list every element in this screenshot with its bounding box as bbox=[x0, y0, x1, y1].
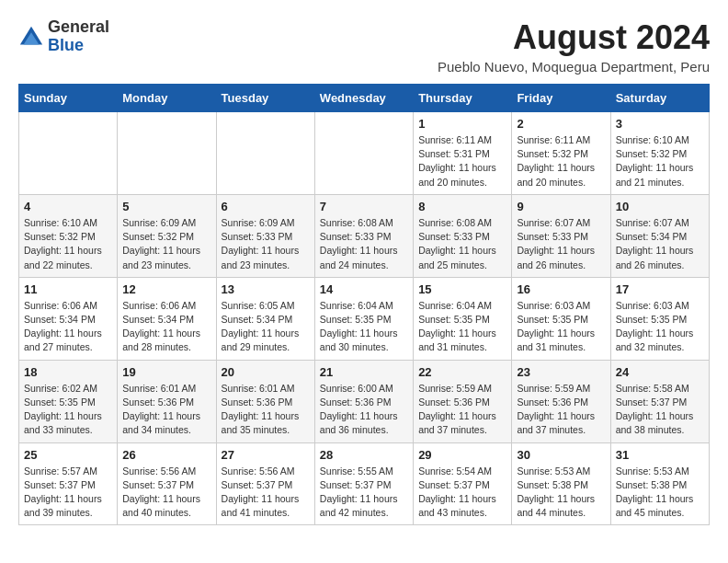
cell-info: Sunrise: 6:02 AM Sunset: 5:35 PM Dayligh… bbox=[24, 382, 112, 438]
cell-info: Sunrise: 5:55 AM Sunset: 5:37 PM Dayligh… bbox=[320, 465, 408, 521]
calendar-cell: 12Sunrise: 6:06 AM Sunset: 5:34 PM Dayli… bbox=[118, 277, 216, 360]
calendar-cell: 24Sunrise: 5:58 AM Sunset: 5:37 PM Dayli… bbox=[610, 360, 709, 442]
calendar-cell: 17Sunrise: 6:03 AM Sunset: 5:35 PM Dayli… bbox=[610, 277, 709, 360]
day-number: 31 bbox=[616, 448, 704, 462]
calendar-week-row: 25Sunrise: 5:57 AM Sunset: 5:37 PM Dayli… bbox=[19, 442, 710, 525]
weekday-header: Saturday bbox=[610, 85, 709, 112]
calendar-cell: 29Sunrise: 5:54 AM Sunset: 5:37 PM Dayli… bbox=[414, 442, 512, 525]
cell-info: Sunrise: 6:04 AM Sunset: 5:35 PM Dayligh… bbox=[320, 299, 408, 355]
weekday-header: Friday bbox=[512, 85, 610, 112]
day-number: 17 bbox=[616, 282, 704, 296]
day-number: 13 bbox=[222, 282, 310, 296]
calendar-week-row: 4Sunrise: 6:10 AM Sunset: 5:32 PM Daylig… bbox=[19, 194, 710, 277]
cell-info: Sunrise: 5:54 AM Sunset: 5:37 PM Dayligh… bbox=[418, 465, 506, 521]
day-number: 21 bbox=[320, 365, 408, 379]
day-number: 14 bbox=[320, 282, 408, 296]
cell-info: Sunrise: 6:11 AM Sunset: 5:32 PM Dayligh… bbox=[517, 133, 605, 190]
cell-info: Sunrise: 6:08 AM Sunset: 5:33 PM Dayligh… bbox=[418, 216, 506, 272]
calendar-cell bbox=[314, 112, 413, 195]
weekday-header: Wednesday bbox=[314, 85, 413, 112]
cell-info: Sunrise: 5:58 AM Sunset: 5:37 PM Dayligh… bbox=[616, 382, 704, 438]
calendar-cell bbox=[118, 112, 216, 195]
month-year: August 2024 bbox=[438, 18, 710, 57]
cell-info: Sunrise: 6:11 AM Sunset: 5:31 PM Dayligh… bbox=[418, 133, 506, 190]
calendar-cell: 21Sunrise: 6:00 AM Sunset: 5:36 PM Dayli… bbox=[314, 360, 413, 442]
logo-general: General bbox=[48, 18, 109, 37]
day-number: 4 bbox=[24, 200, 112, 213]
weekday-header: Monday bbox=[118, 85, 216, 112]
cell-info: Sunrise: 6:01 AM Sunset: 5:36 PM Dayligh… bbox=[222, 382, 310, 438]
logo-text: General Blue bbox=[48, 18, 109, 55]
cell-info: Sunrise: 6:07 AM Sunset: 5:33 PM Dayligh… bbox=[517, 216, 605, 272]
title-block: August 2024 Pueblo Nuevo, Moquegua Depar… bbox=[438, 18, 710, 75]
cell-info: Sunrise: 5:53 AM Sunset: 5:38 PM Dayligh… bbox=[517, 465, 605, 521]
cell-info: Sunrise: 6:07 AM Sunset: 5:34 PM Dayligh… bbox=[616, 216, 704, 272]
calendar-table: SundayMondayTuesdayWednesdayThursdayFrid… bbox=[18, 84, 710, 525]
day-number: 24 bbox=[616, 365, 704, 379]
cell-info: Sunrise: 6:06 AM Sunset: 5:34 PM Dayligh… bbox=[122, 299, 210, 355]
logo-icon bbox=[18, 24, 44, 50]
day-number: 28 bbox=[320, 448, 408, 462]
calendar-cell: 26Sunrise: 5:56 AM Sunset: 5:37 PM Dayli… bbox=[118, 442, 216, 525]
calendar-cell: 19Sunrise: 6:01 AM Sunset: 5:36 PM Dayli… bbox=[118, 360, 216, 442]
cell-info: Sunrise: 6:10 AM Sunset: 5:32 PM Dayligh… bbox=[616, 133, 704, 190]
day-number: 27 bbox=[222, 448, 310, 462]
day-number: 19 bbox=[122, 365, 210, 379]
calendar-cell: 3Sunrise: 6:10 AM Sunset: 5:32 PM Daylig… bbox=[610, 112, 709, 195]
cell-info: Sunrise: 5:59 AM Sunset: 5:36 PM Dayligh… bbox=[517, 382, 605, 438]
cell-info: Sunrise: 6:09 AM Sunset: 5:33 PM Dayligh… bbox=[222, 216, 310, 272]
calendar-cell: 28Sunrise: 5:55 AM Sunset: 5:37 PM Dayli… bbox=[314, 442, 413, 525]
day-number: 25 bbox=[24, 448, 112, 462]
weekday-header: Sunday bbox=[19, 85, 118, 112]
weekday-header-row: SundayMondayTuesdayWednesdayThursdayFrid… bbox=[19, 85, 710, 112]
cell-info: Sunrise: 5:56 AM Sunset: 5:37 PM Dayligh… bbox=[122, 465, 210, 521]
calendar-cell: 23Sunrise: 5:59 AM Sunset: 5:36 PM Dayli… bbox=[512, 360, 610, 442]
page-header: General Blue August 2024 Pueblo Nuevo, M… bbox=[18, 18, 710, 75]
cell-info: Sunrise: 6:00 AM Sunset: 5:36 PM Dayligh… bbox=[320, 382, 408, 438]
calendar-cell: 20Sunrise: 6:01 AM Sunset: 5:36 PM Dayli… bbox=[216, 360, 314, 442]
day-number: 29 bbox=[418, 448, 506, 462]
calendar-cell: 30Sunrise: 5:53 AM Sunset: 5:38 PM Dayli… bbox=[512, 442, 610, 525]
calendar-cell: 16Sunrise: 6:03 AM Sunset: 5:35 PM Dayli… bbox=[512, 277, 610, 360]
day-number: 9 bbox=[517, 200, 605, 213]
calendar-cell: 2Sunrise: 6:11 AM Sunset: 5:32 PM Daylig… bbox=[512, 112, 610, 195]
location: Pueblo Nuevo, Moquegua Department, Peru bbox=[438, 59, 710, 75]
calendar-cell: 11Sunrise: 6:06 AM Sunset: 5:34 PM Dayli… bbox=[19, 277, 118, 360]
calendar-cell: 18Sunrise: 6:02 AM Sunset: 5:35 PM Dayli… bbox=[19, 360, 118, 442]
cell-info: Sunrise: 5:53 AM Sunset: 5:38 PM Dayligh… bbox=[616, 465, 704, 521]
cell-info: Sunrise: 6:03 AM Sunset: 5:35 PM Dayligh… bbox=[517, 299, 605, 355]
day-number: 15 bbox=[418, 282, 506, 296]
day-number: 16 bbox=[517, 282, 605, 296]
cell-info: Sunrise: 6:04 AM Sunset: 5:35 PM Dayligh… bbox=[418, 299, 506, 355]
day-number: 23 bbox=[517, 365, 605, 379]
day-number: 8 bbox=[418, 200, 506, 213]
calendar-cell: 15Sunrise: 6:04 AM Sunset: 5:35 PM Dayli… bbox=[414, 277, 512, 360]
day-number: 5 bbox=[122, 200, 210, 213]
cell-info: Sunrise: 6:03 AM Sunset: 5:35 PM Dayligh… bbox=[616, 299, 704, 355]
calendar-cell: 5Sunrise: 6:09 AM Sunset: 5:32 PM Daylig… bbox=[118, 194, 216, 277]
day-number: 22 bbox=[418, 365, 506, 379]
day-number: 3 bbox=[616, 117, 704, 131]
calendar-cell: 8Sunrise: 6:08 AM Sunset: 5:33 PM Daylig… bbox=[414, 194, 512, 277]
day-number: 20 bbox=[222, 365, 310, 379]
cell-info: Sunrise: 6:10 AM Sunset: 5:32 PM Dayligh… bbox=[24, 216, 112, 272]
day-number: 26 bbox=[122, 448, 210, 462]
calendar-cell: 22Sunrise: 5:59 AM Sunset: 5:36 PM Dayli… bbox=[414, 360, 512, 442]
day-number: 30 bbox=[517, 448, 605, 462]
logo: General Blue bbox=[18, 18, 109, 55]
day-number: 10 bbox=[616, 200, 704, 213]
cell-info: Sunrise: 5:59 AM Sunset: 5:36 PM Dayligh… bbox=[418, 382, 506, 438]
cell-info: Sunrise: 6:06 AM Sunset: 5:34 PM Dayligh… bbox=[24, 299, 112, 355]
weekday-header: Tuesday bbox=[216, 85, 314, 112]
day-number: 18 bbox=[24, 365, 112, 379]
calendar-week-row: 18Sunrise: 6:02 AM Sunset: 5:35 PM Dayli… bbox=[19, 360, 710, 442]
calendar-week-row: 11Sunrise: 6:06 AM Sunset: 5:34 PM Dayli… bbox=[19, 277, 710, 360]
cell-info: Sunrise: 6:01 AM Sunset: 5:36 PM Dayligh… bbox=[122, 382, 210, 438]
cell-info: Sunrise: 5:57 AM Sunset: 5:37 PM Dayligh… bbox=[24, 465, 112, 521]
calendar-cell bbox=[19, 112, 118, 195]
weekday-header: Thursday bbox=[414, 85, 512, 112]
cell-info: Sunrise: 6:09 AM Sunset: 5:32 PM Dayligh… bbox=[122, 216, 210, 272]
calendar-cell: 27Sunrise: 5:56 AM Sunset: 5:37 PM Dayli… bbox=[216, 442, 314, 525]
calendar-cell: 25Sunrise: 5:57 AM Sunset: 5:37 PM Dayli… bbox=[19, 442, 118, 525]
calendar-cell: 10Sunrise: 6:07 AM Sunset: 5:34 PM Dayli… bbox=[610, 194, 709, 277]
